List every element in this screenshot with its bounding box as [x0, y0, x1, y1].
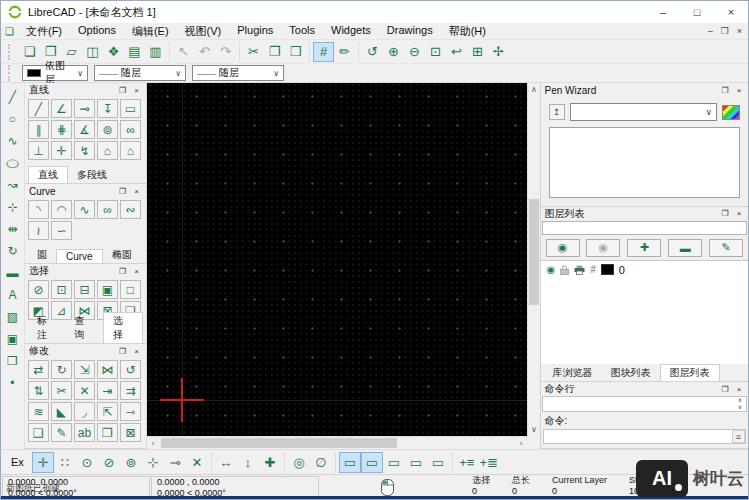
ellipse-arc-icon[interactable]: ∾ [120, 200, 141, 219]
print-preview-icon[interactable]: ▥ [145, 42, 166, 62]
scroll-down-icon[interactable]: ∨ [738, 404, 742, 410]
monitor-view-5-icon[interactable]: ▭ [427, 452, 449, 473]
float-panel-icon[interactable]: ❐ [720, 385, 730, 394]
line-tangent-two-circles-icon[interactable]: ∞ [120, 120, 141, 139]
image-tool-icon[interactable]: ▣ [2, 329, 22, 348]
block-list-tab[interactable]: 图块列表 [602, 365, 660, 381]
layer-construction-icon[interactable]: # [590, 264, 596, 275]
float-panel-icon[interactable]: ❐ [118, 347, 128, 356]
attributes-icon[interactable]: ✎ [51, 423, 72, 442]
horizontal-scroll-thumb[interactable] [161, 438, 397, 448]
arc-three-points-icon[interactable]: ◠ [51, 200, 72, 219]
menu-drawings[interactable]: Drawings [379, 24, 441, 39]
divide-icon[interactable]: ⇉ [120, 381, 141, 400]
menu-help[interactable]: 帮助(H) [441, 24, 494, 39]
menu-options[interactable]: Options [70, 24, 124, 39]
line-rectangle-icon[interactable]: ▭ [120, 99, 141, 118]
float-panel-icon[interactable]: ❐ [118, 267, 128, 276]
command-options-icon[interactable]: ≡ [732, 430, 745, 443]
line-angle-icon[interactable]: ∠ [51, 99, 72, 118]
line-vertical-icon[interactable]: ↧ [97, 99, 118, 118]
polyline-tab[interactable]: 多段线 [68, 167, 116, 183]
command-history[interactable]: ∧ ∨ [542, 396, 747, 412]
trim-icon[interactable]: ✂ [51, 381, 72, 400]
float-panel-icon[interactable]: ❐ [118, 187, 128, 196]
grid-snap-icon[interactable]: ∷ [54, 452, 76, 473]
zoom-pan-icon[interactable]: ✢ [488, 42, 509, 62]
hatch-tool-icon[interactable]: ▨ [2, 307, 22, 326]
line-parallel-through-point-icon[interactable]: ⋕ [51, 120, 72, 139]
line-parallel-icon[interactable]: ∥ [28, 120, 49, 139]
close-button[interactable]: × [714, 1, 748, 23]
pointer-icon[interactable]: ↖ [173, 42, 194, 62]
pen-wizard-combobox[interactable]: ∨ [570, 103, 717, 121]
exclusive-snap-button[interactable]: Ex [6, 456, 29, 468]
line-tab[interactable]: 直线 [28, 166, 68, 183]
polygon-two-corners-icon[interactable]: ⌂ [120, 141, 141, 160]
line-bisector-icon[interactable]: ∡ [74, 120, 95, 139]
copy-icon[interactable]: ❐ [264, 42, 285, 62]
lengthen-icon[interactable]: ⇥ [97, 381, 118, 400]
minimize-button[interactable]: – [646, 1, 680, 23]
delete-icon[interactable]: ⊠ [120, 423, 141, 442]
menu-view[interactable]: 视图(V) [177, 24, 230, 39]
polygon-center-corner-icon[interactable]: ⌂ [97, 141, 118, 160]
toolbar-handle[interactable] [8, 65, 13, 81]
line-tangent-orthogonal-icon[interactable]: ⊥ [28, 141, 49, 160]
zoom-redraw-icon[interactable]: ↺ [362, 42, 383, 62]
close-icon[interactable]: × [132, 267, 142, 276]
edit-text-icon[interactable]: ab [74, 423, 95, 442]
restrict-orthogonal-icon[interactable]: ✚ [259, 452, 281, 473]
scroll-left-icon[interactable]: ‹ [147, 437, 160, 450]
grid-toggle-icon[interactable]: # [313, 42, 334, 62]
history-scroll-icons[interactable]: ∧ ∨ [735, 397, 745, 411]
zoom-previous-icon[interactable]: ↩ [446, 42, 467, 62]
add-widget-1-icon[interactable]: +≡ [456, 452, 478, 473]
spline-tool-icon[interactable]: ∿ [2, 131, 22, 150]
spline-icon[interactable]: ∿ [74, 200, 95, 219]
layer-print-icon[interactable] [574, 265, 585, 275]
rotate-icon[interactable]: ↻ [51, 360, 72, 379]
ellipse-tab[interactable]: 椭圆 [103, 247, 141, 263]
close-icon[interactable]: × [132, 86, 142, 95]
bevel-icon[interactable]: ◣ [51, 402, 72, 421]
layer-visible-icon[interactable]: ◉ [547, 264, 556, 275]
curve-tab[interactable]: Curve [56, 249, 103, 263]
freehand-icon[interactable]: ∽ [51, 221, 72, 240]
deselect-entity-icon[interactable]: ⊘ [28, 280, 49, 299]
mdi-restore-button[interactable]: ❐ [721, 26, 729, 36]
command-input[interactable]: ≡ [543, 429, 746, 444]
pen-width-select[interactable]: —— 随层 ∨ [94, 65, 186, 81]
center-snap-icon[interactable]: ⊚ [120, 452, 142, 473]
select-tab[interactable]: 选择 [103, 312, 143, 343]
float-panel-icon[interactable]: ❐ [720, 86, 730, 95]
rotate-two-icon[interactable]: ↺ [120, 360, 141, 379]
restrict-vertical-icon[interactable]: ↕ [237, 452, 259, 473]
cut-icon[interactable]: ✂ [243, 42, 264, 62]
dimension-tab[interactable]: 标注 [28, 313, 66, 343]
fillet-icon[interactable]: ◞ [74, 402, 95, 421]
mdi-minimize-button[interactable]: – [708, 26, 713, 36]
entity-snap-icon[interactable]: ⊘ [98, 452, 120, 473]
select-entity-icon[interactable]: □ [120, 280, 141, 299]
mirror-icon[interactable]: ⋈ [97, 360, 118, 379]
apply-pen-button[interactable]: ↥ [549, 104, 565, 120]
layer-filter-input[interactable] [542, 221, 747, 235]
pen-linetype-select[interactable]: —— 随层 ∨ [192, 65, 284, 81]
polyline-edit-icon[interactable]: ❑ [28, 423, 49, 442]
menu-file[interactable]: 文件(F) [18, 24, 70, 39]
layer-lock-icon[interactable] [560, 265, 569, 275]
paste-icon[interactable]: ❒ [285, 42, 306, 62]
menu-edit[interactable]: 编辑(E) [124, 24, 177, 39]
intersection-snap-icon[interactable]: ✕ [186, 452, 208, 473]
modify-layer-icon[interactable]: ✎ [709, 239, 743, 257]
line-horizontal-icon[interactable]: ⊸ [74, 99, 95, 118]
lock-relative-zero-icon[interactable]: ∅ [310, 452, 332, 473]
info-tab[interactable]: 查询 [66, 313, 104, 343]
zoom-auto-icon[interactable]: ⊡ [425, 42, 446, 62]
save-icon[interactable]: ◫ [82, 42, 103, 62]
add-layer-icon[interactable]: ✚ [627, 239, 661, 257]
zoom-window-icon[interactable]: ⊞ [467, 42, 488, 62]
remove-layer-icon[interactable]: ▬ [668, 239, 702, 257]
restrict-horizontal-icon[interactable]: ↔ [215, 452, 237, 473]
